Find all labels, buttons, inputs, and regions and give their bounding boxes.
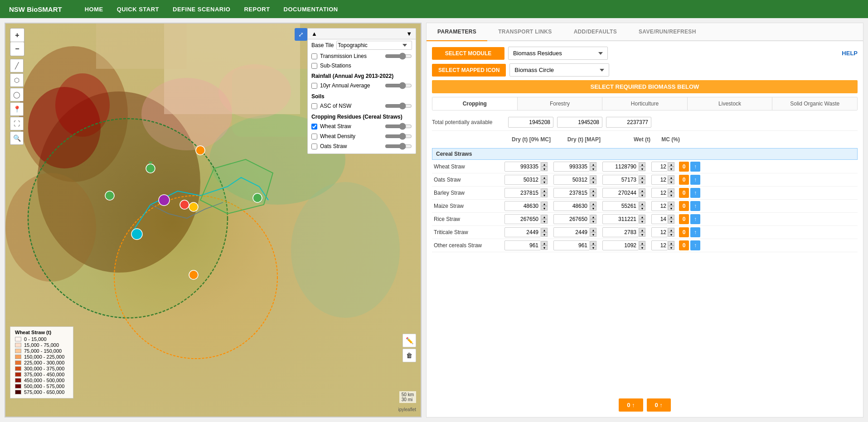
other-dry0-up[interactable]: ▲ [541,241,548,245]
base-tile-select[interactable]: Topographic Satellite Street Map [336,41,412,50]
other-dry0-down[interactable]: ▼ [541,245,548,250]
rice-drymap-up[interactable]: ▲ [590,215,596,219]
maize-drymap-input[interactable] [553,201,590,211]
place-marker-tool[interactable]: 📍 [10,102,24,116]
barley-reset-btn[interactable]: 0 [679,188,689,198]
draw-circle-tool[interactable]: ◯ [10,88,24,101]
wheat-straw-mc-input[interactable] [651,162,668,172]
oats-drymap-up[interactable]: ▲ [590,175,596,180]
other-cereals-dry0-input[interactable] [504,240,541,250]
total-drymap-input[interactable] [557,117,602,128]
triticale-wet-down[interactable]: ▼ [639,232,645,237]
oats-straw-slider[interactable] [385,143,412,150]
nav-documentation[interactable]: DOCUMENTATION [284,6,338,13]
other-wet-up[interactable]: ▲ [639,241,645,245]
barley-dry0-up[interactable]: ▲ [541,188,548,193]
maize-dry0-up[interactable]: ▲ [541,201,548,206]
wheat-straw-wet-down[interactable]: ▼ [639,167,645,171]
maize-mc-down[interactable]: ▼ [668,206,674,211]
triticale-drymap-up[interactable]: ▲ [590,228,596,232]
rice-drymap-input[interactable] [553,214,590,224]
help-link[interactable]: HELP [842,50,858,57]
rice-dry0-down[interactable]: ▼ [541,219,548,224]
zoom-in-button[interactable]: + [10,29,24,42]
triticale-up-btn[interactable]: ↑ [690,227,700,237]
maize-mc-input[interactable] [651,201,668,211]
draw-polygon-tool[interactable]: ⬡ [10,73,24,87]
wheat-density-slider[interactable] [385,133,412,140]
other-drymap-up[interactable]: ▲ [590,241,596,245]
delete-button[interactable]: 🗑 [402,349,416,362]
transmission-lines-slider[interactable] [385,53,412,60]
barley-mc-input[interactable] [651,188,668,198]
tab-transport-links[interactable]: TRANSPORT LINKS [487,23,563,41]
oats-straw-up-btn[interactable]: ↑ [690,175,700,185]
nav-define-scenario[interactable]: DEFINE SCENARIO [173,6,230,13]
wheat-density-layer-checkbox[interactable] [311,134,317,139]
triticale-dry0-down[interactable]: ▼ [541,232,548,237]
cat-tab-livestock[interactable]: Livestock [688,97,773,110]
oats-straw-reset-btn[interactable]: 0 [679,175,689,185]
rice-drymap-down[interactable]: ▼ [590,219,596,224]
oats-straw-layer-checkbox[interactable] [311,144,317,149]
fullscreen-tool[interactable]: ⛶ [10,117,24,130]
barley-mc-up[interactable]: ▲ [668,188,674,193]
other-drymap-down[interactable]: ▼ [590,245,596,250]
layer-panel-scroll-down[interactable]: ▼ [406,30,412,37]
barley-drymap-down[interactable]: ▼ [590,193,596,197]
triticale-mc-input[interactable] [651,227,668,237]
wheat-straw-wet-input[interactable] [602,162,639,172]
wheat-straw-drymap-down[interactable]: ▼ [590,167,596,171]
rice-mc-up[interactable]: ▲ [668,215,674,219]
oats-mc-down[interactable]: ▼ [668,180,674,184]
wheat-straw-drymap-input[interactable] [553,162,590,172]
other-cereals-mc-input[interactable] [651,240,668,250]
triticale-mc-up[interactable]: ▲ [668,228,674,232]
barley-drymap-input[interactable] [553,188,590,198]
cat-tab-forestry[interactable]: Forestry [518,97,603,110]
search-tool[interactable]: 🔍 [10,131,24,145]
barley-mc-down[interactable]: ▼ [668,193,674,197]
maize-up-btn[interactable]: ↑ [690,201,700,211]
rice-wet-down[interactable]: ▼ [639,219,645,224]
barley-dry0-down[interactable]: ▼ [541,193,548,197]
barley-dry0-input[interactable] [504,188,541,198]
wheat-straw-dry0-down[interactable]: ▼ [541,167,548,171]
select-icon-dropdown[interactable]: Biomass Circle Biomass Pin Biomass Squar… [509,63,609,77]
tab-add-defaults[interactable]: ADD/DEFAULTS [563,23,628,41]
bottom-btn-1[interactable]: 0 ↑ [619,398,643,412]
rice-reset-btn[interactable]: 0 [679,214,689,224]
barley-wet-down[interactable]: ▼ [639,193,645,197]
wheat-straw-dry0-input[interactable] [504,162,541,172]
nav-home[interactable]: HOME [85,6,103,13]
maize-drymap-up[interactable]: ▲ [590,201,596,206]
wheat-straw-drymap-up[interactable]: ▲ [590,162,596,167]
asc-nsw-slider[interactable] [385,102,412,110]
oats-straw-wet-input[interactable] [602,175,639,185]
wheat-straw-dry0-up[interactable]: ▲ [541,162,548,167]
triticale-wet-input[interactable] [602,227,639,237]
wheat-straw-wet-up[interactable]: ▲ [639,162,645,167]
nav-quick-start[interactable]: QUICK START [117,6,159,13]
tab-save-run-refresh[interactable]: SAVE/RUN/REFRESH [628,23,707,41]
transmission-lines-checkbox[interactable] [311,53,317,59]
select-module-dropdown[interactable]: Biomass Residues Forestry Energy Crops [508,47,608,60]
rice-up-btn[interactable]: ↑ [690,214,700,224]
layer-panel-scroll-up[interactable]: ▲ [311,30,317,37]
sub-stations-checkbox[interactable] [311,63,317,69]
wheat-straw-slider[interactable] [385,123,412,130]
nav-report[interactable]: REPORT [244,6,270,13]
triticale-drymap-input[interactable] [553,227,590,237]
maize-dry0-down[interactable]: ▼ [541,206,548,211]
tab-parameters[interactable]: PARAMETERS [427,23,487,41]
oats-straw-drymap-input[interactable] [553,175,590,185]
cat-tab-cropping[interactable]: Cropping [432,97,518,110]
maize-wet-input[interactable] [602,201,639,211]
annual-average-checkbox[interactable] [311,83,317,89]
oats-straw-dry0-input[interactable] [504,175,541,185]
bottom-btn-2[interactable]: 0 ↑ [647,398,671,412]
maize-reset-btn[interactable]: 0 [679,201,689,211]
triticale-mc-down[interactable]: ▼ [668,232,674,237]
oats-mc-up[interactable]: ▲ [668,175,674,180]
draw-line-tool[interactable]: ╱ [10,59,24,72]
